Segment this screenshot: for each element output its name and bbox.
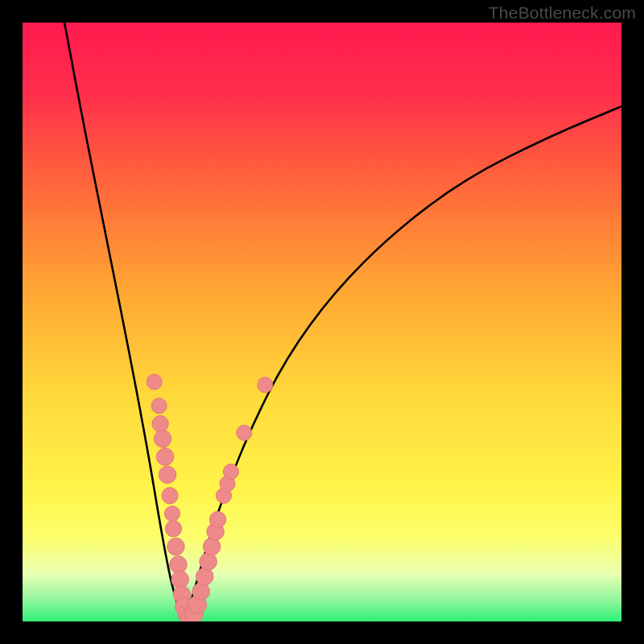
data-marker — [258, 378, 273, 393]
chart-frame: TheBottleneck.com — [0, 0, 644, 644]
curve-right-branch — [184, 106, 621, 621]
data-marker — [167, 538, 185, 555]
data-marker — [151, 398, 167, 414]
data-marker — [147, 374, 162, 390]
data-marker — [203, 538, 221, 555]
data-marker — [156, 448, 174, 466]
data-marker — [154, 430, 171, 448]
data-marker — [209, 511, 225, 527]
watermark-text: TheBottleneck.com — [489, 3, 636, 23]
data-markers — [147, 374, 273, 621]
data-marker — [200, 553, 217, 571]
data-marker — [170, 556, 188, 574]
data-marker — [152, 415, 168, 431]
data-marker — [159, 466, 176, 484]
data-marker — [196, 568, 213, 585]
bottleneck-curve — [23, 23, 621, 621]
data-marker — [237, 425, 252, 440]
plot-area — [23, 23, 621, 621]
data-marker — [165, 520, 181, 536]
data-marker — [223, 464, 238, 479]
data-marker — [192, 583, 210, 601]
data-marker — [162, 488, 178, 504]
data-marker — [164, 506, 180, 521]
data-marker — [171, 571, 189, 588]
